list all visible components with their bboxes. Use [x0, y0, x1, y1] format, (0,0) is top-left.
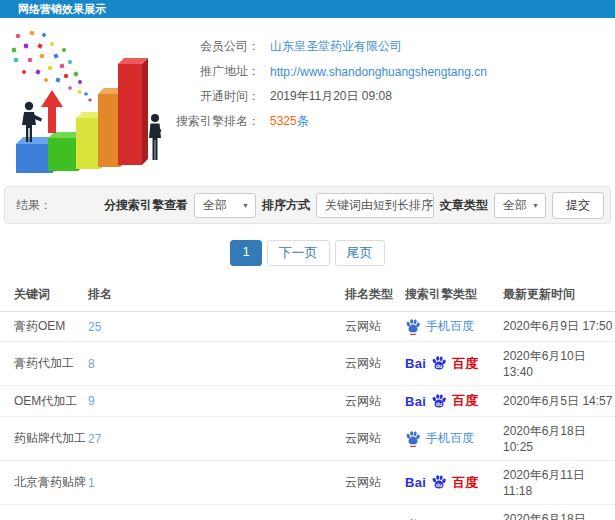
table-row: 膏药OEM25云网站 手机百度 2020年6月9日 17:50 [0, 312, 615, 342]
engine-type-cell: 手机百度 [405, 417, 503, 461]
table-header-row: 关键词 排名 排名类型 搜索引擎类型 最新更新时间 [0, 278, 615, 312]
page-title: 网络营销效果展示 [18, 3, 106, 15]
table-row: 北京膏药贴牌1云网站 Bai du 百度 2020年6月11日 11:18 [0, 461, 615, 505]
col-rank-type: 排名类型 [345, 278, 405, 312]
rank-type-cell: 云网站 [345, 386, 405, 417]
rank-type-cell: 云网站 [345, 342, 405, 386]
rank-cell: 27 [88, 417, 345, 461]
sort-filter-label: 排序方式 [262, 197, 310, 214]
engine-filter-label: 分搜索引擎查看 [104, 197, 188, 214]
baidu-cn-text: 百度 [452, 474, 478, 492]
promotion-url-link[interactable]: http://www.shandonghuangshengtang.cn [270, 65, 487, 79]
table-row: 枣庄膏药加工1,4,6云网站 手机百度 2020年6月18日 10:19 [0, 505, 615, 520]
rank-count-unit: 条 [297, 114, 309, 128]
rank-value[interactable]: 8 [88, 357, 95, 371]
open-time-value: 2019年11月20日 09:08 [270, 88, 392, 105]
keywords-table: 关键词 排名 排名类型 搜索引擎类型 最新更新时间 膏药OEM25云网站 手机百… [0, 278, 615, 520]
keyword-cell: 枣庄膏药加工 [0, 505, 88, 520]
filter-controls: 分搜索引擎查看 全部 ▼ 排序方式 关键词由短到长排序 ▼ 文章类型 全部 ▼ … [104, 192, 604, 219]
last-page-button[interactable]: 尾页 [335, 240, 385, 266]
rank-type-cell: 云网站 [345, 312, 405, 342]
col-updated: 最新更新时间 [503, 278, 615, 312]
member-fields: 会员公司： 山东皇圣堂药业有限公司 推广地址： http://www.shand… [176, 26, 615, 178]
mobile-baidu-text: 手机百度 [426, 318, 474, 335]
pagination: 1 下一页 尾页 [0, 240, 615, 266]
keyword-cell: 药贴牌代加工 [0, 417, 88, 461]
engine-type-cell: Bai du 百度 [405, 461, 503, 505]
engine-type-cell: 手机百度 [405, 505, 503, 520]
engine-type-cell: 手机百度 [405, 312, 503, 342]
rank-value[interactable]: 1 [88, 476, 95, 490]
keyword-cell: OEM代加工 [0, 386, 88, 417]
rank-cell: 8 [88, 342, 345, 386]
result-label: 结果： [16, 197, 52, 214]
mobile-baidu-text: 手机百度 [426, 430, 474, 447]
rank-cell: 25 [88, 312, 345, 342]
rank-cell: 1 [88, 461, 345, 505]
rank-count-number: 5325 [270, 114, 297, 128]
engine-select[interactable]: 全部 ▼ [194, 193, 256, 218]
bar-chart-clipart [4, 26, 176, 178]
svg-text:du: du [436, 482, 443, 488]
article-type-label: 文章类型 [440, 197, 488, 214]
field-url: 推广地址： http://www.shandonghuangshengtang.… [176, 59, 615, 84]
baidu-paw-icon: du [431, 474, 447, 491]
open-time-label: 开通时间： [176, 88, 260, 105]
rank-count-value: 5325条 [270, 113, 309, 130]
baidu-paw-icon: du [431, 393, 447, 410]
page-1-button[interactable]: 1 [230, 240, 261, 266]
baidu-mobile-logo: 手机百度 [405, 318, 503, 335]
baidu-paw-icon [405, 430, 421, 447]
company-label: 会员公司： [176, 38, 260, 55]
chevron-down-icon: ▼ [532, 202, 539, 209]
engine-type-cell: Bai du 百度 [405, 386, 503, 417]
rank-cell: 9 [88, 386, 345, 417]
submit-button[interactable]: 提交 [552, 192, 604, 219]
rank-type-cell: 云网站 [345, 505, 405, 520]
svg-text:du: du [436, 363, 443, 369]
svg-text:du: du [436, 400, 443, 406]
table-row: OEM代加工9云网站 Bai du 百度 2020年6月5日 14:57 [0, 386, 615, 417]
baidu-bai-text: Bai [405, 475, 426, 490]
rank-value[interactable]: 27 [88, 432, 101, 446]
businessman-right [149, 114, 162, 160]
rank-type-cell: 云网站 [345, 461, 405, 505]
keyword-cell: 膏药代加工 [0, 342, 88, 386]
baidu-paw-icon: du [431, 355, 447, 372]
baidu-cn-text: 百度 [452, 392, 478, 410]
updated-cell: 2020年6月11日 11:18 [503, 461, 615, 505]
rank-count-label: 搜索引擎排名： [176, 113, 260, 130]
keyword-cell: 北京膏药贴牌 [0, 461, 88, 505]
sort-select[interactable]: 关键词由短到长排序 ▼ [316, 193, 434, 218]
updated-cell: 2020年6月9日 17:50 [503, 312, 615, 342]
table-row: 膏药代加工8云网站 Bai du 百度 2020年6月10日 13:40 [0, 342, 615, 386]
article-type-select[interactable]: 全部 ▼ [494, 193, 546, 218]
updated-cell: 2020年6月10日 13:40 [503, 342, 615, 386]
filter-bar: 结果： 分搜索引擎查看 全部 ▼ 排序方式 关键词由短到长排序 ▼ 文章类型 全… [4, 186, 611, 224]
updated-cell: 2020年6月18日 10:25 [503, 417, 615, 461]
field-rank-count: 搜索引擎排名： 5325条 [176, 109, 615, 134]
chevron-down-icon: ▼ [242, 202, 249, 209]
rank-value[interactable]: 25 [88, 320, 101, 334]
info-section: 会员公司： 山东皇圣堂药业有限公司 推广地址： http://www.shand… [0, 18, 615, 180]
next-page-button[interactable]: 下一页 [267, 240, 330, 266]
table-row: 药贴牌代加工27云网站 手机百度 2020年6月18日 10:25 [0, 417, 615, 461]
updated-cell: 2020年6月18日 10:19 [503, 505, 615, 520]
col-engine-type: 搜索引擎类型 [405, 278, 503, 312]
field-company: 会员公司： 山东皇圣堂药业有限公司 [176, 34, 615, 59]
page-title-bar: 网络营销效果展示 [0, 0, 615, 18]
updated-cell: 2020年6月5日 14:57 [503, 386, 615, 417]
article-type-value: 全部 [503, 197, 527, 214]
baidu-pc-logo: Bai du 百度 [405, 355, 503, 373]
baidu-paw-icon [405, 318, 421, 335]
engine-select-value: 全部 [203, 197, 227, 214]
rank-value[interactable]: 9 [88, 394, 95, 408]
col-keyword: 关键词 [0, 278, 88, 312]
baidu-mobile-logo: 手机百度 [405, 430, 503, 447]
baidu-pc-logo: Bai du 百度 [405, 474, 503, 492]
baidu-cn-text: 百度 [452, 355, 478, 373]
businessman-left [22, 102, 42, 142]
company-link[interactable]: 山东皇圣堂药业有限公司 [270, 38, 402, 55]
baidu-pc-logo: Bai du 百度 [405, 392, 503, 410]
sort-select-value: 关键词由短到长排序 [325, 197, 433, 214]
